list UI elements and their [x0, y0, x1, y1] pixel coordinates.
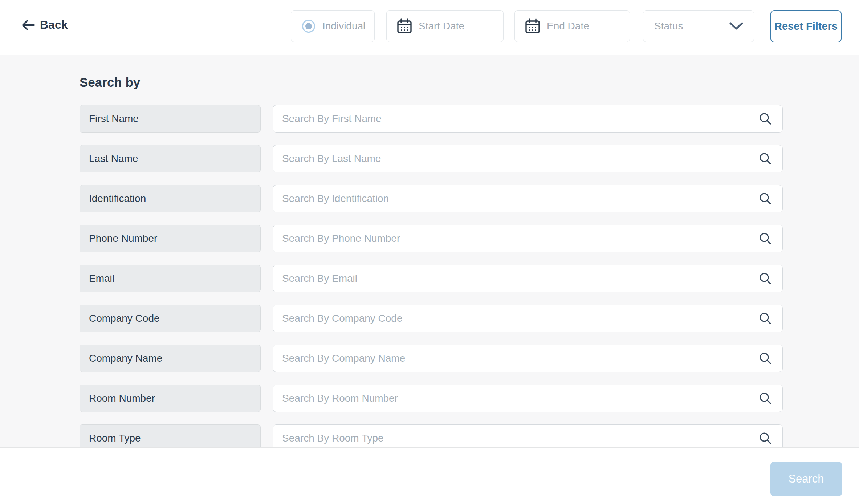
search-field [273, 105, 783, 133]
search-icon[interactable] [748, 425, 782, 447]
radio-selected-icon [302, 20, 315, 33]
search-row: Email [80, 265, 783, 292]
search-rows: First Name Last Name I [80, 105, 783, 447]
search-icon[interactable] [748, 225, 782, 252]
field-label: Company Code [80, 305, 261, 332]
search-field [273, 145, 783, 172]
individual-radio-card[interactable]: Individual [291, 10, 375, 42]
search-row: Last Name [80, 145, 783, 172]
field-label: Phone Number [80, 225, 261, 252]
search-input[interactable] [273, 265, 748, 292]
search-icon[interactable] [748, 105, 782, 132]
start-date-placeholder: Start Date [419, 20, 464, 32]
calendar-icon [397, 18, 412, 34]
search-input[interactable] [273, 425, 748, 447]
field-label: Company Name [80, 345, 261, 372]
search-input[interactable] [273, 385, 748, 412]
search-icon[interactable] [748, 385, 782, 412]
search-row: Room Type [80, 424, 783, 447]
end-date-placeholder: End Date [547, 20, 589, 32]
search-field [273, 305, 783, 332]
reset-filters-button[interactable]: Reset Filters [770, 10, 842, 42]
search-icon[interactable] [748, 145, 782, 172]
search-row: Phone Number [80, 225, 783, 252]
calendar-icon [525, 18, 540, 34]
individual-label: Individual [322, 20, 365, 32]
search-row: Company Code [80, 305, 783, 332]
search-input[interactable] [273, 185, 748, 212]
search-page: Back Individual Start Date [0, 0, 859, 504]
bottom-bar: Search [0, 447, 859, 504]
search-button[interactable]: Search [770, 462, 842, 496]
field-label: First Name [80, 105, 261, 133]
chevron-down-icon [729, 22, 744, 31]
search-row: Identification [80, 185, 783, 212]
search-panel: Search by First Name Last Name [0, 55, 859, 447]
search-input[interactable] [273, 145, 748, 172]
search-row: Room Number [80, 385, 783, 412]
search-field [273, 265, 783, 292]
field-label: Identification [80, 185, 261, 212]
search-icon[interactable] [748, 265, 782, 292]
back-button[interactable]: Back [21, 18, 68, 32]
search-input[interactable] [273, 225, 748, 252]
search-icon[interactable] [748, 305, 782, 332]
field-label: Room Type [80, 424, 261, 447]
field-label: Last Name [80, 145, 261, 172]
search-field [273, 225, 783, 252]
search-input[interactable] [273, 305, 748, 332]
search-field [273, 185, 783, 212]
search-row: Company Name [80, 345, 783, 372]
status-dropdown[interactable]: Status [643, 10, 754, 42]
reset-filters-label: Reset Filters [774, 20, 838, 32]
back-label: Back [40, 18, 68, 32]
status-placeholder: Status [654, 20, 683, 32]
search-icon[interactable] [748, 185, 782, 212]
top-bar: Back Individual Start Date [0, 0, 859, 54]
field-label: Email [80, 265, 261, 292]
field-label: Room Number [80, 385, 261, 412]
search-field [273, 385, 783, 412]
search-field [273, 345, 783, 372]
search-row: First Name [80, 105, 783, 133]
search-icon[interactable] [748, 345, 782, 372]
start-date-picker[interactable]: Start Date [386, 10, 504, 42]
left-arrow-icon [21, 19, 36, 32]
search-input[interactable] [273, 345, 748, 372]
search-field [273, 424, 783, 447]
page-title: Search by [80, 75, 140, 90]
end-date-picker[interactable]: End Date [514, 10, 630, 42]
search-input[interactable] [273, 105, 748, 132]
